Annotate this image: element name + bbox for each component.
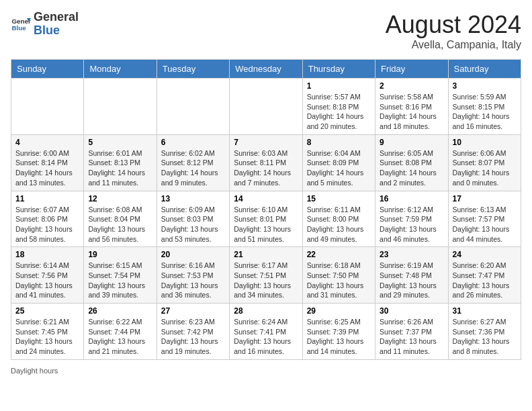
week-row-4: 18Sunrise: 6:14 AM Sunset: 7:56 PM Dayli…	[11, 247, 521, 304]
day-cell: 30Sunrise: 6:26 AM Sunset: 7:37 PM Dayli…	[375, 304, 448, 360]
day-info: Sunrise: 6:10 AM Sunset: 8:01 PM Dayligh…	[234, 205, 298, 244]
calendar-table: SundayMondayTuesdayWednesdayThursdayFrid…	[11, 59, 521, 360]
day-cell: 9Sunrise: 6:05 AM Sunset: 8:08 PM Daylig…	[375, 134, 448, 191]
day-info: Sunrise: 6:16 AM Sunset: 7:53 PM Dayligh…	[161, 261, 225, 300]
day-number: 9	[380, 138, 443, 147]
day-number: 7	[234, 138, 298, 147]
day-number: 29	[307, 306, 371, 316]
day-cell	[230, 79, 302, 135]
day-header-thursday: Thursday	[302, 60, 375, 79]
day-header-wednesday: Wednesday	[230, 60, 302, 79]
logo: General Blue General Blue	[11, 11, 79, 38]
day-number: 2	[380, 81, 443, 91]
day-cell: 7Sunrise: 6:03 AM Sunset: 8:11 PM Daylig…	[230, 134, 302, 191]
day-cell: 1Sunrise: 5:57 AM Sunset: 8:18 PM Daylig…	[302, 79, 375, 135]
day-cell: 14Sunrise: 6:10 AM Sunset: 8:01 PM Dayli…	[230, 191, 302, 247]
day-cell: 23Sunrise: 6:19 AM Sunset: 7:48 PM Dayli…	[375, 247, 448, 304]
day-cell: 21Sunrise: 6:17 AM Sunset: 7:51 PM Dayli…	[230, 247, 302, 304]
day-cell: 28Sunrise: 6:24 AM Sunset: 7:41 PM Dayli…	[230, 304, 302, 360]
day-number: 22	[307, 250, 371, 259]
day-number: 18	[15, 250, 79, 259]
day-info: Sunrise: 6:03 AM Sunset: 8:11 PM Dayligh…	[234, 148, 298, 188]
day-cell: 12Sunrise: 6:08 AM Sunset: 8:04 PM Dayli…	[84, 191, 157, 247]
day-info: Sunrise: 6:17 AM Sunset: 7:51 PM Dayligh…	[234, 261, 298, 300]
day-info: Sunrise: 6:13 AM Sunset: 7:57 PM Dayligh…	[453, 205, 517, 244]
day-info: Sunrise: 6:00 AM Sunset: 8:14 PM Dayligh…	[15, 148, 79, 188]
day-info: Sunrise: 6:06 AM Sunset: 8:07 PM Dayligh…	[453, 148, 517, 188]
logo-icon: General Blue	[11, 14, 31, 34]
day-number: 25	[15, 306, 79, 316]
day-cell: 17Sunrise: 6:13 AM Sunset: 7:57 PM Dayli…	[448, 191, 521, 247]
day-info: Sunrise: 6:27 AM Sunset: 7:36 PM Dayligh…	[453, 317, 517, 357]
title-block: August 2024 Avella, Campania, Italy	[386, 11, 521, 51]
footer: Daylight hours	[11, 367, 521, 375]
day-info: Sunrise: 6:05 AM Sunset: 8:08 PM Dayligh…	[380, 148, 443, 188]
day-info: Sunrise: 6:15 AM Sunset: 7:54 PM Dayligh…	[88, 261, 152, 300]
week-row-5: 25Sunrise: 6:21 AM Sunset: 7:45 PM Dayli…	[11, 304, 521, 360]
day-cell: 3Sunrise: 5:59 AM Sunset: 8:15 PM Daylig…	[448, 79, 521, 135]
day-number: 1	[307, 81, 371, 91]
day-number: 14	[234, 194, 298, 203]
day-number: 21	[234, 250, 298, 259]
day-number: 19	[88, 250, 152, 259]
day-cell: 29Sunrise: 6:25 AM Sunset: 7:39 PM Dayli…	[302, 304, 375, 360]
day-number: 11	[15, 194, 79, 203]
day-cell	[157, 79, 229, 135]
week-row-1: 1Sunrise: 5:57 AM Sunset: 8:18 PM Daylig…	[11, 79, 521, 135]
day-info: Sunrise: 6:08 AM Sunset: 8:04 PM Dayligh…	[88, 205, 152, 244]
week-row-3: 11Sunrise: 6:07 AM Sunset: 8:06 PM Dayli…	[11, 191, 521, 247]
day-cell: 5Sunrise: 6:01 AM Sunset: 8:13 PM Daylig…	[84, 134, 157, 191]
day-info: Sunrise: 6:25 AM Sunset: 7:39 PM Dayligh…	[307, 317, 371, 357]
day-info: Sunrise: 6:07 AM Sunset: 8:06 PM Dayligh…	[15, 205, 79, 244]
day-info: Sunrise: 6:11 AM Sunset: 8:00 PM Dayligh…	[307, 205, 371, 244]
day-number: 30	[380, 306, 443, 316]
day-cell: 6Sunrise: 6:02 AM Sunset: 8:12 PM Daylig…	[157, 134, 229, 191]
day-cell: 27Sunrise: 6:23 AM Sunset: 7:42 PM Dayli…	[157, 304, 229, 360]
day-number: 27	[161, 306, 225, 316]
day-info: Sunrise: 6:01 AM Sunset: 8:13 PM Dayligh…	[88, 148, 152, 188]
day-cell: 31Sunrise: 6:27 AM Sunset: 7:36 PM Dayli…	[448, 304, 521, 360]
day-number: 8	[307, 138, 371, 147]
day-cell: 22Sunrise: 6:18 AM Sunset: 7:50 PM Dayli…	[302, 247, 375, 304]
day-number: 15	[307, 194, 371, 203]
header-row: SundayMondayTuesdayWednesdayThursdayFrid…	[11, 60, 521, 79]
logo-general-text: General	[34, 11, 79, 24]
day-cell: 8Sunrise: 6:04 AM Sunset: 8:09 PM Daylig…	[302, 134, 375, 191]
day-info: Sunrise: 6:18 AM Sunset: 7:50 PM Dayligh…	[307, 261, 371, 300]
day-number: 12	[88, 194, 152, 203]
subtitle: Avella, Campania, Italy	[386, 39, 521, 51]
day-number: 3	[453, 81, 517, 91]
day-cell: 4Sunrise: 6:00 AM Sunset: 8:14 PM Daylig…	[11, 134, 84, 191]
day-cell: 10Sunrise: 6:06 AM Sunset: 8:07 PM Dayli…	[448, 134, 521, 191]
day-number: 26	[88, 306, 152, 316]
day-cell	[84, 79, 157, 135]
day-info: Sunrise: 6:12 AM Sunset: 7:59 PM Dayligh…	[380, 205, 443, 244]
day-info: Sunrise: 6:24 AM Sunset: 7:41 PM Dayligh…	[234, 317, 298, 357]
day-header-tuesday: Tuesday	[157, 60, 229, 79]
day-info: Sunrise: 6:02 AM Sunset: 8:12 PM Dayligh…	[161, 148, 225, 188]
day-header-sunday: Sunday	[11, 60, 84, 79]
week-row-2: 4Sunrise: 6:00 AM Sunset: 8:14 PM Daylig…	[11, 134, 521, 191]
day-number: 4	[15, 138, 79, 147]
day-info: Sunrise: 6:04 AM Sunset: 8:09 PM Dayligh…	[307, 148, 371, 188]
day-info: Sunrise: 5:58 AM Sunset: 8:16 PM Dayligh…	[380, 92, 443, 132]
day-info: Sunrise: 6:21 AM Sunset: 7:45 PM Dayligh…	[15, 317, 79, 357]
day-cell: 15Sunrise: 6:11 AM Sunset: 8:00 PM Dayli…	[302, 191, 375, 247]
day-cell: 13Sunrise: 6:09 AM Sunset: 8:03 PM Dayli…	[157, 191, 229, 247]
day-number: 31	[453, 306, 517, 316]
day-number: 17	[453, 194, 517, 203]
day-info: Sunrise: 6:22 AM Sunset: 7:44 PM Dayligh…	[88, 317, 152, 357]
day-info: Sunrise: 6:14 AM Sunset: 7:56 PM Dayligh…	[15, 261, 79, 300]
day-info: Sunrise: 6:26 AM Sunset: 7:37 PM Dayligh…	[380, 317, 443, 357]
logo-blue-text: Blue	[34, 24, 79, 38]
day-number: 10	[453, 138, 517, 147]
day-cell: 24Sunrise: 6:20 AM Sunset: 7:47 PM Dayli…	[448, 247, 521, 304]
day-number: 20	[161, 250, 225, 259]
day-number: 28	[234, 306, 298, 316]
daylight-label: Daylight hours	[11, 367, 58, 375]
day-cell: 20Sunrise: 6:16 AM Sunset: 7:53 PM Dayli…	[157, 247, 229, 304]
day-number: 16	[380, 194, 443, 203]
day-info: Sunrise: 6:19 AM Sunset: 7:48 PM Dayligh…	[380, 261, 443, 300]
day-info: Sunrise: 6:09 AM Sunset: 8:03 PM Dayligh…	[161, 205, 225, 244]
day-cell: 2Sunrise: 5:58 AM Sunset: 8:16 PM Daylig…	[375, 79, 448, 135]
